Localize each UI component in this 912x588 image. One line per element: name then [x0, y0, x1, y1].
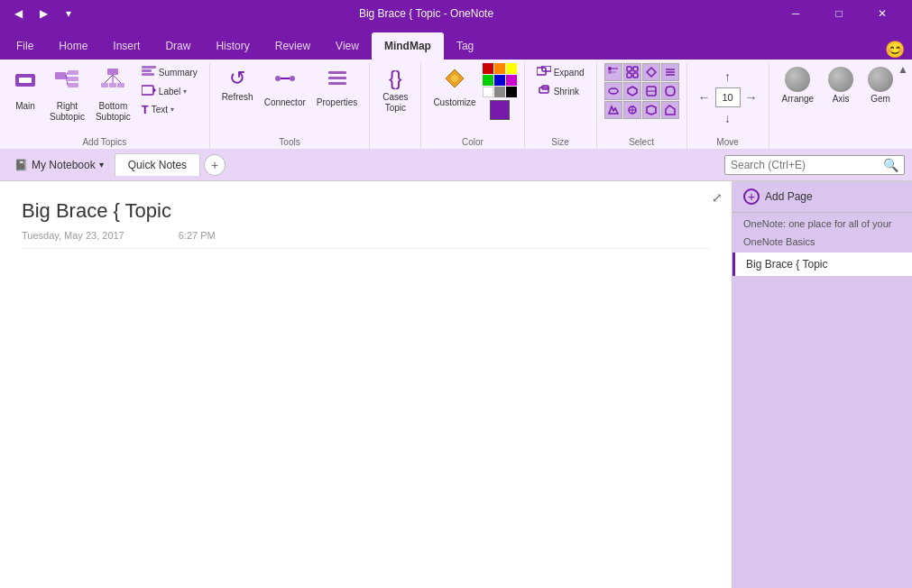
- move-up-button[interactable]: ↑: [718, 67, 738, 87]
- expand-button[interactable]: ⤢: [712, 190, 723, 205]
- gem-button[interactable]: Gem: [862, 63, 898, 107]
- tab-file[interactable]: File: [4, 32, 46, 60]
- forward-button[interactable]: ▶: [34, 5, 52, 23]
- properties-icon: [326, 67, 349, 96]
- svg-rect-25: [328, 77, 346, 79]
- text-dropdown[interactable]: ▾: [170, 106, 174, 114]
- forward-icon: ▶: [40, 7, 48, 20]
- main-topic-button[interactable]: Main: [7, 63, 43, 115]
- close-button[interactable]: ✕: [861, 0, 903, 27]
- select-cell-11[interactable]: [642, 101, 660, 119]
- select-cell-8[interactable]: [661, 82, 679, 100]
- connector-button[interactable]: Connector: [260, 63, 310, 112]
- tab-insert[interactable]: Insert: [100, 32, 152, 60]
- select-cell-3[interactable]: [642, 63, 660, 81]
- svg-rect-9: [107, 69, 118, 75]
- add-tab-button[interactable]: +: [204, 154, 226, 176]
- svg-line-13: [105, 75, 113, 83]
- summary-button[interactable]: Summary: [137, 63, 202, 81]
- color-red[interactable]: [483, 63, 493, 74]
- add-topics-group-label: Add Topics: [0, 137, 209, 147]
- ribbon-group-select: Select: [597, 63, 687, 149]
- svg-rect-1: [19, 78, 32, 83]
- text-button[interactable]: T Text ▾: [137, 101, 202, 118]
- color-black[interactable]: [506, 87, 517, 97]
- dropdown-button[interactable]: ▾: [60, 5, 78, 23]
- label-label: Label: [159, 87, 180, 96]
- select-cell-6[interactable]: [623, 82, 641, 100]
- axis-icon: [828, 67, 853, 92]
- select-cell-2[interactable]: [623, 63, 641, 81]
- ribbon-group-arrange: Arrange Axis Gem: [769, 63, 907, 149]
- svg-point-27: [451, 75, 458, 82]
- arrange-button[interactable]: Arrange: [777, 63, 820, 107]
- tab-draw[interactable]: Draw: [152, 32, 203, 60]
- expand-button[interactable]: Expand: [532, 63, 589, 81]
- bottom-subtopic-button[interactable]: BottomSubtopic: [91, 63, 135, 126]
- right-subtopic-button[interactable]: RightSubtopic: [45, 63, 89, 126]
- axis-button[interactable]: Axis: [823, 63, 859, 107]
- svg-rect-38: [627, 73, 631, 78]
- move-controls: ↑ ← 10 → ↓: [695, 63, 761, 142]
- label-dropdown[interactable]: ▾: [183, 87, 187, 96]
- label-button[interactable]: Label ▾: [137, 82, 202, 100]
- color-gray[interactable]: [494, 87, 505, 97]
- refresh-button[interactable]: ↺ Refresh: [217, 63, 258, 106]
- customize-button[interactable]: Customize: [428, 63, 480, 112]
- select-cell-5[interactable]: [604, 82, 622, 100]
- svg-rect-10: [101, 83, 108, 87]
- select-cell-9[interactable]: [604, 101, 622, 119]
- select-cell-12[interactable]: [661, 101, 679, 119]
- move-down-button[interactable]: ↓: [718, 108, 738, 128]
- select-cell-10[interactable]: [623, 101, 641, 119]
- add-page-button[interactable]: + Add Page: [732, 181, 912, 213]
- tab-tag[interactable]: Tag: [444, 32, 486, 60]
- tab-view[interactable]: View: [323, 32, 372, 60]
- note-title: Big Brace { Topic: [22, 199, 710, 223]
- svg-rect-29: [542, 66, 551, 71]
- search-icon[interactable]: 🔍: [883, 158, 898, 172]
- connector-label: Connector: [264, 97, 306, 108]
- select-cell-1[interactable]: [604, 63, 622, 81]
- ribbon-collapse-button[interactable]: ▲: [898, 63, 908, 76]
- select-cell-7[interactable]: [642, 82, 660, 100]
- ribbon-group-color: Customize Color: [421, 63, 524, 149]
- svg-rect-17: [142, 69, 152, 72]
- gem-buttons: Arrange Axis Gem: [777, 63, 899, 122]
- maximize-button[interactable]: □: [818, 0, 860, 27]
- ribbon-group-size: Expand Shrink Size: [525, 63, 597, 149]
- note-area: ⤢ Big Brace { Topic Tuesday, May 23, 201…: [0, 181, 732, 588]
- color-orange[interactable]: [494, 63, 505, 74]
- svg-point-34: [608, 70, 612, 74]
- tab-history[interactable]: History: [203, 32, 262, 60]
- page-item-big-brace[interactable]: Big Brace { Topic: [732, 253, 912, 276]
- cases-topic-button[interactable]: {} CasesTopic: [377, 63, 413, 117]
- move-left-button[interactable]: ←: [695, 87, 714, 107]
- quick-notes-tab[interactable]: Quick Notes: [115, 153, 200, 176]
- svg-rect-2: [55, 72, 66, 79]
- tab-mindmap[interactable]: MindMap: [372, 32, 444, 60]
- color-purple[interactable]: [506, 75, 517, 86]
- note-time: 6:27 PM: [179, 230, 216, 241]
- minimize-button[interactable]: ─: [775, 0, 816, 27]
- gem-icon: [868, 67, 893, 92]
- color-yellow[interactable]: [506, 63, 517, 74]
- color-green[interactable]: [483, 75, 493, 86]
- svg-marker-20: [153, 87, 156, 93]
- select-cell-4[interactable]: [661, 63, 679, 81]
- tab-review[interactable]: Review: [263, 32, 323, 60]
- shrink-button[interactable]: Shrink: [532, 82, 589, 100]
- move-right-button[interactable]: →: [742, 87, 761, 107]
- search-input[interactable]: [731, 159, 883, 171]
- active-color-box[interactable]: [490, 100, 510, 120]
- color-white[interactable]: [483, 87, 493, 97]
- user-emoji[interactable]: 😊: [885, 40, 905, 60]
- shrink-icon: [537, 84, 551, 98]
- notebook-button[interactable]: 📓 My Notebook ▾: [7, 155, 111, 175]
- back-button[interactable]: ◀: [9, 5, 27, 23]
- color-blue[interactable]: [494, 75, 505, 86]
- customize-label: Customize: [433, 97, 475, 108]
- text-icon: T: [142, 103, 149, 116]
- properties-button[interactable]: Properties: [312, 63, 363, 112]
- tab-home[interactable]: Home: [46, 32, 100, 60]
